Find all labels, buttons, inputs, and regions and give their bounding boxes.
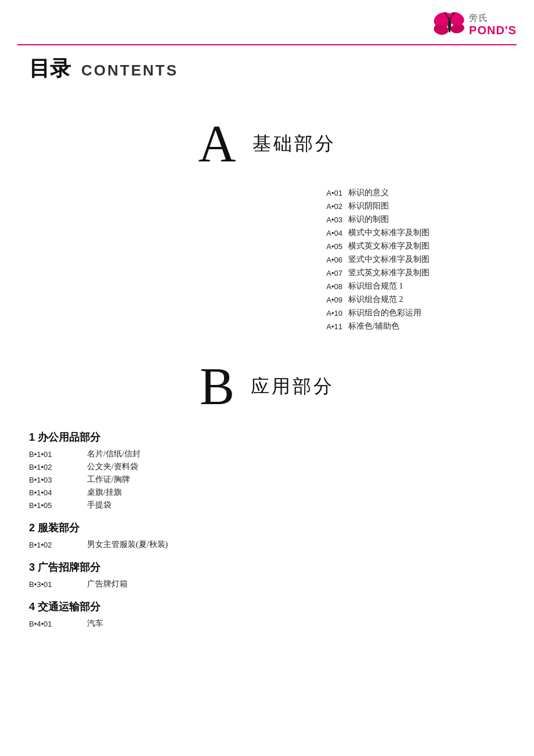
list-item: A•09 标识组合规范 2 bbox=[308, 294, 453, 305]
header: 旁氏 POND'S bbox=[0, 0, 534, 39]
list-item: A•05 横式英文标准字及制图 bbox=[308, 241, 453, 251]
list-item: A•02 标识阴阳图 bbox=[308, 201, 453, 211]
list-item: A•06 竖式中文标准字及制图 bbox=[308, 254, 453, 265]
list-item: A•07 竖式英文标准字及制图 bbox=[308, 268, 453, 278]
title-english: CONTENTS bbox=[81, 62, 178, 80]
sub-category-title: 4 交通运输部分 bbox=[29, 600, 505, 614]
brand-english: POND'S bbox=[469, 24, 517, 37]
list-item: B•1•03 工作证/胸牌 bbox=[29, 474, 505, 485]
item-label: 桌旗/挂旗 bbox=[87, 487, 122, 498]
brand-text: 旁氏 POND'S bbox=[469, 13, 517, 37]
item-code: B•1•02 bbox=[29, 463, 81, 471]
item-code: A•09 bbox=[308, 296, 342, 304]
section-a-letter: A bbox=[199, 118, 236, 170]
list-item: A•08 标识组合规范 1 bbox=[308, 281, 453, 291]
section-a-list: A•01 标识的意义 A•02 标识阴阳图 A•03 标识的制图 A•04 横式… bbox=[0, 188, 534, 332]
sub-category-title: 3 广告招牌部分 bbox=[29, 560, 505, 574]
list-item: A•03 标识的制图 bbox=[308, 214, 453, 225]
item-code: A•08 bbox=[308, 282, 342, 291]
item-label: 男女主管服装(夏/秋装) bbox=[87, 539, 168, 550]
item-label: 名片/信纸/信封 bbox=[87, 449, 140, 459]
list-item: B•1•04 桌旗/挂旗 bbox=[29, 487, 505, 498]
item-label: 标识组合的色彩运用 bbox=[348, 308, 453, 318]
list-item: A•04 横式中文标准字及制图 bbox=[308, 228, 453, 238]
item-code: B•3•01 bbox=[29, 580, 81, 589]
list-item: B•1•01 名片/信纸/信封 bbox=[29, 449, 505, 459]
item-label: 公文夹/资料袋 bbox=[87, 462, 138, 472]
item-code: A•01 bbox=[308, 189, 342, 197]
item-label: 标识组合规范 1 bbox=[348, 281, 453, 291]
svg-point-3 bbox=[450, 23, 465, 34]
item-code: B•1•02 bbox=[29, 541, 81, 549]
item-label: 广告牌灯箱 bbox=[87, 579, 128, 589]
list-item: B•4•01 汽车 bbox=[29, 618, 505, 629]
svg-point-4 bbox=[448, 18, 451, 33]
item-label: 横式中文标准字及制图 bbox=[348, 228, 453, 238]
section-a-header: A 基础部分 bbox=[0, 118, 534, 170]
list-item: B•1•02 男女主管服装(夏/秋装) bbox=[29, 539, 505, 550]
item-code: A•07 bbox=[308, 269, 342, 278]
page: 旁氏 POND'S 目录 CONTENTS A 基础部分 A•01 标识的意义 … bbox=[0, 0, 534, 756]
item-code: A•03 bbox=[308, 215, 342, 224]
logo-area: 旁氏 POND'S bbox=[434, 10, 517, 39]
sub-category-title: 1 办公用品部分 bbox=[29, 430, 505, 444]
title-section: 目录 CONTENTS bbox=[0, 45, 534, 83]
list-item: B•1•02 公文夹/资料袋 bbox=[29, 462, 505, 472]
section-b-title: 应用部分 bbox=[251, 374, 334, 399]
section-b-header: B 应用部分 bbox=[0, 361, 534, 413]
list-item: A•01 标识的意义 bbox=[308, 188, 453, 198]
item-code: B•4•01 bbox=[29, 620, 81, 628]
section-b-letter: B bbox=[200, 361, 234, 413]
item-code: B•1•04 bbox=[29, 488, 81, 497]
item-label: 手提袋 bbox=[87, 500, 111, 510]
item-code: B•1•01 bbox=[29, 450, 81, 459]
item-code: A•10 bbox=[308, 309, 342, 318]
item-code: A•05 bbox=[308, 242, 342, 251]
item-label: 标准色/辅助色 bbox=[348, 321, 453, 332]
item-label: 标识的意义 bbox=[348, 188, 453, 198]
title-chinese: 目录 bbox=[29, 55, 71, 83]
item-code: B•1•05 bbox=[29, 501, 81, 510]
section-a-title: 基础部分 bbox=[252, 131, 336, 157]
item-code: B•1•03 bbox=[29, 476, 81, 484]
svg-point-7 bbox=[445, 12, 446, 14]
item-code: A•06 bbox=[308, 255, 342, 264]
brand-chinese: 旁氏 bbox=[469, 13, 489, 24]
item-label: 汽车 bbox=[87, 618, 103, 629]
sub-category-title: 2 服装部分 bbox=[29, 521, 505, 535]
item-label: 工作证/胸牌 bbox=[87, 474, 130, 485]
item-label: 竖式中文标准字及制图 bbox=[348, 254, 453, 265]
item-code: A•11 bbox=[308, 322, 342, 331]
item-label: 标识阴阳图 bbox=[348, 201, 453, 211]
list-item: B•3•01 广告牌灯箱 bbox=[29, 579, 505, 589]
item-label: 标识的制图 bbox=[348, 214, 453, 225]
butterfly-icon bbox=[434, 10, 466, 39]
item-label: 竖式英文标准字及制图 bbox=[348, 268, 453, 278]
item-label: 标识组合规范 2 bbox=[348, 294, 453, 305]
list-item: A•11 标准色/辅助色 bbox=[308, 321, 453, 332]
item-label: 横式英文标准字及制图 bbox=[348, 241, 453, 251]
item-code: A•02 bbox=[308, 202, 342, 211]
section-b-categories: 1 办公用品部分 B•1•01 名片/信纸/信封 B•1•02 公文夹/资料袋 … bbox=[0, 430, 534, 629]
svg-point-8 bbox=[453, 12, 455, 14]
list-item: A•10 标识组合的色彩运用 bbox=[308, 308, 453, 318]
item-code: A•04 bbox=[308, 229, 342, 237]
list-item: B•1•05 手提袋 bbox=[29, 500, 505, 510]
